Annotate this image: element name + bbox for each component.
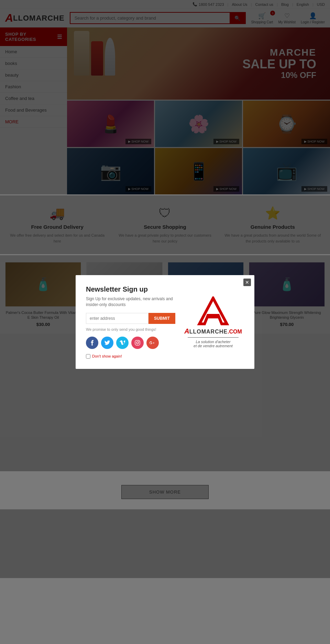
- modal-logo-rest: LLOMARCHE: [189, 329, 228, 335]
- modal-logo-area: A LLOMARCHE .COM La solution d'acheter e…: [184, 296, 242, 348]
- modal-logo-text-row: A LLOMARCHE .COM: [184, 327, 242, 335]
- svg-marker-3: [199, 298, 227, 324]
- facebook-button[interactable]: [86, 337, 98, 349]
- modal-tagline-1: La solution d'acheter: [184, 340, 242, 344]
- modal-right: A LLOMARCHE .COM La solution d'acheter e…: [182, 285, 244, 359]
- newsletter-modal: ✕ Newsletter Sign up Sign Up for exclusi…: [76, 275, 254, 369]
- modal-subtitle: Sign Up for exclusive updates, new arriv…: [86, 296, 175, 308]
- twitter-button[interactable]: [101, 337, 113, 349]
- modal-logo-svg: [196, 296, 230, 327]
- modal-tagline-2: et de vendre autrement: [184, 344, 242, 348]
- social-buttons: [86, 337, 175, 349]
- dont-show-label: Don't show again!: [86, 354, 175, 359]
- modal-title: Newsletter Sign up: [86, 285, 175, 293]
- modal-left: Newsletter Sign up Sign Up for exclusive…: [86, 285, 175, 359]
- dont-show-checkbox[interactable]: [86, 354, 90, 359]
- svg-point-2: [139, 341, 139, 342]
- submit-button[interactable]: SUBMIT: [148, 313, 175, 324]
- vimeo-button[interactable]: [116, 337, 129, 349]
- modal-close-button[interactable]: ✕: [243, 279, 251, 286]
- modal-logo-a: A: [184, 327, 189, 335]
- google-plus-button[interactable]: [146, 337, 159, 349]
- instagram-button[interactable]: [131, 337, 144, 349]
- svg-rect-0: [135, 340, 140, 345]
- email-input[interactable]: [86, 313, 148, 324]
- email-row: SUBMIT: [86, 313, 175, 324]
- dont-show-text: Don't show again!: [92, 354, 122, 358]
- promise-text: We promise to only send you good things!: [86, 327, 175, 331]
- modal-logo-com: .COM: [228, 329, 242, 335]
- svg-point-1: [136, 342, 139, 344]
- modal-logo-divider: [188, 337, 238, 338]
- modal-overlay: ✕ Newsletter Sign up Sign Up for exclusi…: [0, 0, 330, 578]
